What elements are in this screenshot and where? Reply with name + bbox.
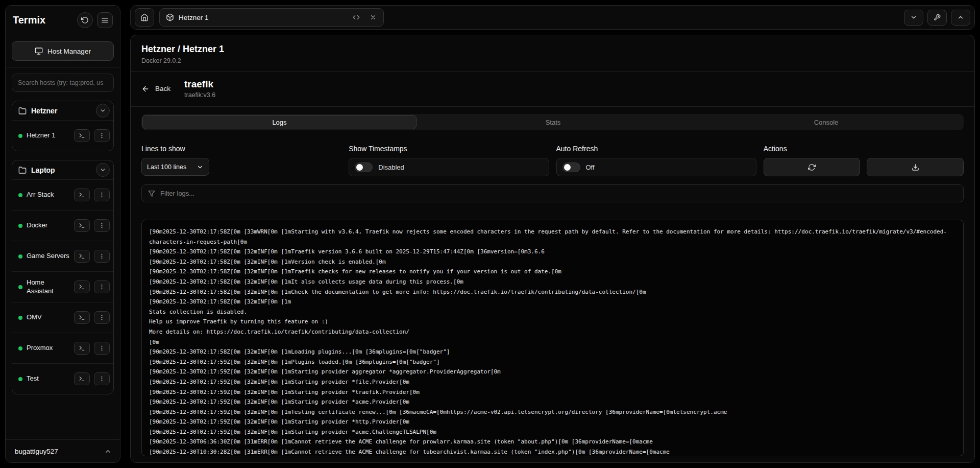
menu-icon xyxy=(101,16,109,24)
more-vertical-icon xyxy=(99,253,105,260)
sidebar-search xyxy=(6,67,120,98)
content-panel: Hetzner / Hetzner 1 Docker 29.0.2 Back t… xyxy=(130,35,975,463)
group-collapse-button[interactable] xyxy=(96,163,110,177)
reload-icon xyxy=(81,16,89,24)
host-more-button[interactable] xyxy=(94,129,110,142)
host-label: Docker xyxy=(27,221,70,230)
auto-refresh-toggle-card: Off xyxy=(556,158,756,176)
more-vertical-icon xyxy=(99,345,105,352)
chevron-down-icon xyxy=(197,163,204,171)
search-hosts-input[interactable] xyxy=(12,74,114,92)
topbar-right-buttons xyxy=(904,10,970,26)
open-terminal-button[interactable] xyxy=(74,342,90,355)
filter-logs-input[interactable] xyxy=(160,190,957,197)
sidebar: Termix Host Manager xyxy=(5,5,120,463)
session-tab-hetzner-1[interactable]: Hetzner 1 xyxy=(159,8,384,27)
tab-stats[interactable]: Stats xyxy=(416,115,690,129)
status-dot-online xyxy=(18,316,22,320)
open-terminal-button[interactable] xyxy=(74,372,90,385)
lines-to-show-value: Last 100 lines xyxy=(147,163,186,171)
host-more-button[interactable] xyxy=(94,280,110,293)
wrench-icon xyxy=(934,14,941,21)
back-button[interactable]: Back xyxy=(141,85,170,93)
status-dot-online xyxy=(18,346,22,350)
host-row-docker[interactable]: Docker xyxy=(12,210,113,241)
host-group-laptop: Laptop Arr Stack xyxy=(12,160,114,394)
host-more-button[interactable] xyxy=(94,311,110,324)
open-terminal-button[interactable] xyxy=(74,189,90,201)
status-dot-online xyxy=(18,193,22,197)
reload-button[interactable] xyxy=(77,12,93,28)
group-header[interactable]: Hetzner xyxy=(12,101,113,120)
refresh-logs-button[interactable] xyxy=(764,158,861,176)
group-collapse-button[interactable] xyxy=(96,104,110,118)
more-vertical-icon xyxy=(99,314,105,321)
host-manager-icon xyxy=(35,47,43,55)
open-terminal-button[interactable] xyxy=(74,129,90,142)
filter-icon xyxy=(148,190,155,197)
terminal-icon xyxy=(79,345,85,352)
open-terminal-button[interactable] xyxy=(74,311,90,324)
host-manager-label: Host Manager xyxy=(47,48,91,55)
terminal-icon xyxy=(79,284,85,290)
open-terminal-button[interactable] xyxy=(74,280,90,293)
terminal-icon xyxy=(79,253,85,260)
panel-header: Hetzner / Hetzner 1 Docker 29.0.2 xyxy=(131,35,974,71)
actions-buttons xyxy=(764,158,964,176)
tab-console[interactable]: Console xyxy=(690,115,963,129)
user-menu-button[interactable] xyxy=(104,448,112,455)
open-terminal-button[interactable] xyxy=(74,250,90,263)
log-output[interactable]: [90m2025-12-30T02:17:58Z[0m [33mWRN[0m [… xyxy=(141,220,964,456)
host-row-home-assistant[interactable]: Home Assistant xyxy=(12,271,113,302)
host-row-omv[interactable]: OMV xyxy=(12,302,113,333)
host-more-button[interactable] xyxy=(94,219,110,232)
tools-button[interactable] xyxy=(927,10,947,26)
container-name: traefik xyxy=(184,79,215,90)
group-header[interactable]: Laptop xyxy=(12,160,113,179)
toggle-knob xyxy=(564,164,571,171)
host-more-button[interactable] xyxy=(94,342,110,355)
status-dot-online xyxy=(18,285,22,289)
home-icon xyxy=(140,13,149,21)
host-row-arr-stack[interactable]: Arr Stack xyxy=(12,179,113,210)
host-more-button[interactable] xyxy=(94,250,110,263)
host-row-proxmox[interactable]: Proxmox xyxy=(12,333,113,363)
more-vertical-icon xyxy=(99,132,105,139)
host-row-test[interactable]: Test xyxy=(12,363,113,394)
chevron-up-icon xyxy=(104,448,112,455)
collapse-down-button[interactable] xyxy=(904,10,923,26)
close-tab-button[interactable] xyxy=(367,11,379,24)
host-row-hetzner-1[interactable]: Hetzner 1 xyxy=(12,120,113,151)
status-dot-online xyxy=(18,254,22,259)
group-label: Hetzner xyxy=(31,107,91,115)
host-row-game-servers[interactable]: Game Servers xyxy=(12,241,113,271)
terminal-icon xyxy=(79,222,85,229)
download-logs-button[interactable] xyxy=(867,158,964,176)
timestamps-toggle[interactable] xyxy=(355,162,373,172)
container-identity: traefik traefik:v3.6 xyxy=(184,79,215,99)
timestamps-state: Disabled xyxy=(378,163,404,171)
container-icon xyxy=(166,13,174,21)
menu-button[interactable] xyxy=(97,12,113,28)
host-more-button[interactable] xyxy=(94,372,110,385)
sidebar-footer[interactable]: bugattiguy527 xyxy=(6,439,120,462)
tab-logs[interactable]: Logs xyxy=(142,115,416,129)
auto-refresh-toggle[interactable] xyxy=(562,162,580,172)
home-button[interactable] xyxy=(135,8,154,27)
lines-to-show-label: Lines to show xyxy=(141,145,341,153)
host-more-button[interactable] xyxy=(94,189,110,201)
open-terminal-button[interactable] xyxy=(74,219,90,232)
more-vertical-icon xyxy=(99,222,105,229)
sidebar-header-buttons xyxy=(77,12,113,28)
terminal-icon xyxy=(79,132,85,139)
lines-to-show-select[interactable]: Last 100 lines xyxy=(141,158,209,176)
folder-icon xyxy=(18,166,27,174)
folder-icon xyxy=(18,107,27,115)
status-dot-online xyxy=(18,134,22,138)
show-timestamps-control: Show Timestamps Disabled xyxy=(349,145,549,176)
split-view-button[interactable] xyxy=(350,11,362,24)
collapse-up-button[interactable] xyxy=(951,10,970,26)
host-manager-button[interactable]: Host Manager xyxy=(12,41,114,61)
show-timestamps-label: Show Timestamps xyxy=(349,145,549,153)
docker-version: Docker 29.0.2 xyxy=(141,57,964,64)
